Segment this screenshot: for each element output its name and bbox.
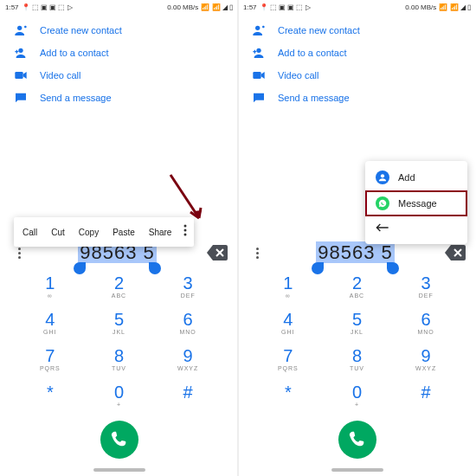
status-time: 1:57: [5, 3, 19, 11]
popup-back[interactable]: [365, 216, 467, 241]
create-contact-action[interactable]: Create new contact: [238, 19, 476, 42]
status-bar: 1:57📍 ⬚ ▣ ▣ ⬚ ▷ 0.00 MB/s📶 📶 ◢ ▯: [0, 0, 238, 14]
key-4[interactable]: 4GHI: [254, 305, 323, 341]
key-5[interactable]: 5JKL: [323, 305, 392, 341]
person-plus-icon: [14, 46, 28, 60]
overflow-menu-icon[interactable]: [248, 248, 266, 259]
key-6[interactable]: 6MNO: [391, 305, 460, 341]
selected-digits: 98563 5: [316, 241, 395, 263]
key-9[interactable]: 9WXYZ: [153, 341, 222, 377]
message-icon: [252, 91, 266, 105]
key-7[interactable]: 7PQRS: [16, 341, 85, 377]
key-star[interactable]: *: [16, 377, 85, 414]
key-8[interactable]: 8TUV: [323, 341, 392, 377]
key-0[interactable]: 0+: [85, 377, 154, 414]
key-3[interactable]: 3DEF: [153, 268, 222, 305]
nav-pill[interactable]: [331, 468, 383, 472]
sel-copy[interactable]: Copy: [72, 224, 106, 241]
add-to-contact-action[interactable]: Add to a contact: [238, 42, 476, 64]
video-icon: [14, 68, 28, 82]
status-bar: 1:57📍 ⬚ ▣ ▣ ⬚ ▷ 0.00 MB/s📶 📶 ◢ ▯: [238, 0, 476, 14]
popup-label: Add: [398, 172, 415, 183]
status-time: 1:57: [243, 3, 257, 11]
action-label: Create new contact: [40, 25, 122, 35]
video-call-action[interactable]: Video call: [0, 64, 238, 87]
key-star[interactable]: *: [254, 377, 323, 414]
person-add-icon: [14, 23, 28, 37]
nav-pill[interactable]: [93, 468, 145, 472]
svg-point-7: [256, 48, 261, 53]
text-selection-menu: Call Cut Copy Paste Share: [14, 217, 194, 247]
key-8[interactable]: 8TUV: [85, 341, 154, 377]
send-message-action[interactable]: Send a message: [238, 87, 476, 109]
quick-actions: Create new contact Add to a contact Vide…: [0, 14, 238, 109]
pane-divider: [237, 0, 239, 476]
dial-keypad: 1∞ 2ABC 3DEF 4GHI 5JKL 6MNO 7PQRS 8TUV 9…: [238, 268, 476, 414]
action-label: Add to a contact: [40, 48, 109, 58]
whatsapp-icon: [376, 196, 389, 210]
selection-handle-right[interactable]: [387, 262, 399, 274]
key-2[interactable]: 2ABC: [85, 268, 154, 305]
key-0[interactable]: 0+: [323, 377, 392, 414]
call-button[interactable]: [100, 421, 138, 459]
video-call-action[interactable]: Video call: [238, 64, 476, 87]
svg-point-0: [17, 26, 22, 30]
video-icon: [252, 68, 266, 82]
send-message-action[interactable]: Send a message: [0, 87, 238, 109]
svg-point-1: [18, 48, 23, 53]
key-1[interactable]: 1∞: [254, 268, 323, 305]
key-6[interactable]: 6MNO: [153, 305, 222, 341]
overflow-popup-menu: Add Message: [365, 161, 467, 244]
action-label: Send a message: [40, 93, 112, 103]
key-2[interactable]: 2ABC: [323, 268, 392, 305]
key-7[interactable]: 7PQRS: [254, 341, 323, 377]
action-label: Create new contact: [278, 25, 360, 35]
nav-bar: [238, 464, 476, 476]
overflow-menu-icon[interactable]: [10, 248, 28, 259]
dialer-screen-right: 1:57📍 ⬚ ▣ ▣ ⬚ ▷ 0.00 MB/s📶 📶 ◢ ▯ Create …: [238, 0, 476, 476]
action-label: Send a message: [278, 93, 350, 103]
nav-bar: [0, 464, 238, 476]
add-to-contact-action[interactable]: Add to a contact: [0, 42, 238, 64]
svg-point-9: [381, 174, 384, 177]
sel-paste[interactable]: Paste: [106, 224, 142, 241]
popup-whatsapp-message[interactable]: Message: [365, 190, 467, 216]
backspace-icon[interactable]: [445, 245, 466, 261]
arrow-left-icon: [376, 222, 389, 235]
popup-add[interactable]: Add: [365, 164, 467, 190]
selection-handle-right[interactable]: [149, 262, 161, 274]
key-5[interactable]: 5JKL: [85, 305, 154, 341]
key-hash[interactable]: #: [391, 377, 460, 414]
key-3[interactable]: 3DEF: [391, 268, 460, 305]
sel-call[interactable]: Call: [16, 224, 44, 241]
svg-point-5: [184, 234, 187, 236]
call-button[interactable]: [338, 421, 376, 459]
sel-share[interactable]: Share: [142, 224, 179, 241]
dialer-screen-left: 1:57📍 ⬚ ▣ ▣ ⬚ ▷ 0.00 MB/s📶 📶 ◢ ▯ Create …: [0, 0, 238, 476]
person-circle-icon: [376, 170, 389, 184]
key-1[interactable]: 1∞: [16, 268, 85, 305]
message-icon: [14, 91, 28, 105]
dial-keypad: 1∞ 2ABC 3DEF 4GHI 5JKL 6MNO 7PQRS 8TUV 9…: [0, 268, 238, 414]
sel-cut[interactable]: Cut: [44, 224, 72, 241]
quick-actions: Create new contact Add to a contact Vide…: [238, 14, 476, 109]
sel-overflow-icon[interactable]: [178, 221, 192, 243]
person-add-icon: [252, 23, 266, 37]
svg-point-6: [255, 26, 260, 30]
key-9[interactable]: 9WXYZ: [391, 341, 460, 377]
svg-rect-2: [15, 72, 23, 79]
person-plus-icon: [252, 46, 266, 60]
action-label: Add to a contact: [278, 48, 347, 58]
svg-rect-8: [253, 72, 261, 79]
key-hash[interactable]: #: [153, 377, 222, 414]
backspace-icon[interactable]: [207, 245, 228, 261]
key-4[interactable]: 4GHI: [16, 305, 85, 341]
svg-point-3: [184, 225, 187, 228]
action-label: Video call: [40, 70, 81, 80]
create-contact-action[interactable]: Create new contact: [0, 19, 238, 42]
action-label: Video call: [278, 70, 319, 80]
popup-label: Message: [398, 198, 437, 209]
svg-point-4: [184, 229, 187, 232]
dialed-number[interactable]: 98563 5: [316, 241, 395, 264]
